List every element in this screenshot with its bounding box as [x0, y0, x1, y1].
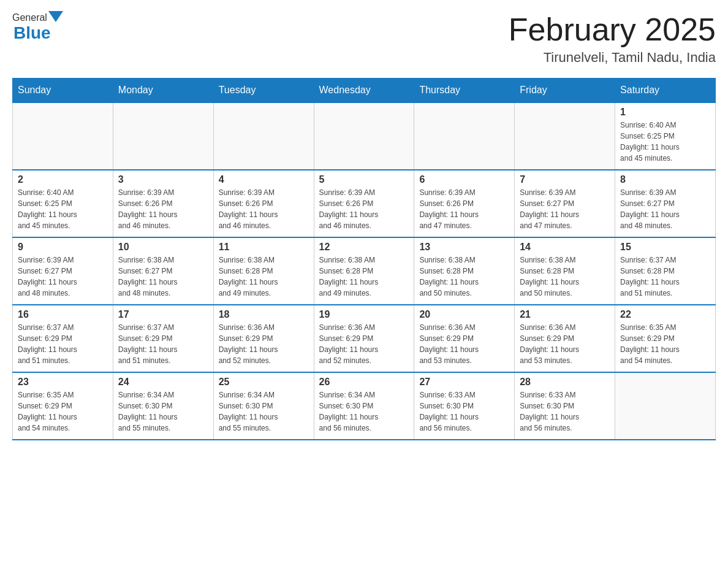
day-number: 10 [118, 242, 208, 253]
day-info: Sunrise: 6:38 AM Sunset: 6:28 PM Dayligh… [520, 255, 610, 299]
calendar-day-cell [113, 102, 213, 170]
calendar-day-cell: 11Sunrise: 6:38 AM Sunset: 6:28 PM Dayli… [213, 237, 314, 305]
day-info: Sunrise: 6:37 AM Sunset: 6:28 PM Dayligh… [620, 255, 710, 299]
calendar-week-row: 1Sunrise: 6:40 AM Sunset: 6:25 PM Daylig… [13, 102, 716, 170]
day-number: 11 [219, 242, 309, 253]
day-number: 13 [419, 242, 509, 253]
day-number: 4 [219, 174, 309, 185]
day-info: Sunrise: 6:39 AM Sunset: 6:26 PM Dayligh… [419, 187, 509, 231]
calendar-day-cell: 3Sunrise: 6:39 AM Sunset: 6:26 PM Daylig… [113, 170, 213, 237]
day-info: Sunrise: 6:38 AM Sunset: 6:28 PM Dayligh… [419, 255, 509, 299]
logo: General Blue [12, 12, 64, 43]
day-of-week-header: Sunday [13, 79, 113, 103]
calendar-day-cell: 6Sunrise: 6:39 AM Sunset: 6:26 PM Daylig… [414, 170, 515, 237]
day-info: Sunrise: 6:34 AM Sunset: 6:30 PM Dayligh… [118, 389, 208, 434]
calendar-day-cell: 7Sunrise: 6:39 AM Sunset: 6:27 PM Daylig… [515, 170, 615, 237]
day-number: 6 [419, 174, 509, 185]
day-number: 14 [520, 242, 610, 253]
calendar-day-cell [414, 102, 515, 170]
day-number: 17 [118, 309, 208, 320]
day-info: Sunrise: 6:39 AM Sunset: 6:27 PM Dayligh… [520, 187, 610, 231]
calendar-day-cell: 19Sunrise: 6:36 AM Sunset: 6:29 PM Dayli… [314, 305, 414, 372]
calendar-day-cell: 5Sunrise: 6:39 AM Sunset: 6:26 PM Daylig… [314, 170, 414, 237]
day-info: Sunrise: 6:33 AM Sunset: 6:30 PM Dayligh… [520, 389, 610, 434]
day-number: 22 [620, 309, 710, 320]
day-number: 25 [219, 377, 309, 388]
calendar-day-cell: 23Sunrise: 6:35 AM Sunset: 6:29 PM Dayli… [13, 372, 113, 440]
calendar-header-row: SundayMondayTuesdayWednesdayThursdayFrid… [13, 79, 716, 103]
calendar-day-cell: 15Sunrise: 6:37 AM Sunset: 6:28 PM Dayli… [615, 237, 716, 305]
day-info: Sunrise: 6:38 AM Sunset: 6:28 PM Dayligh… [219, 255, 309, 299]
day-of-week-header: Saturday [615, 79, 716, 103]
calendar-day-cell [13, 102, 113, 170]
day-number: 23 [18, 377, 108, 388]
title-block: February 2025 Tirunelveli, Tamil Nadu, I… [509, 12, 716, 66]
day-number: 16 [18, 309, 108, 320]
day-info: Sunrise: 6:33 AM Sunset: 6:30 PM Dayligh… [419, 389, 509, 434]
day-info: Sunrise: 6:40 AM Sunset: 6:25 PM Dayligh… [620, 120, 710, 164]
day-info: Sunrise: 6:36 AM Sunset: 6:29 PM Dayligh… [520, 322, 610, 366]
day-number: 1 [620, 107, 710, 118]
calendar-day-cell: 27Sunrise: 6:33 AM Sunset: 6:30 PM Dayli… [414, 372, 515, 440]
day-of-week-header: Thursday [414, 79, 515, 103]
day-number: 12 [319, 242, 409, 253]
calendar-table: SundayMondayTuesdayWednesdayThursdayFrid… [12, 78, 716, 440]
day-info: Sunrise: 6:40 AM Sunset: 6:25 PM Dayligh… [18, 187, 108, 231]
day-info: Sunrise: 6:37 AM Sunset: 6:29 PM Dayligh… [18, 322, 108, 366]
day-info: Sunrise: 6:34 AM Sunset: 6:30 PM Dayligh… [219, 389, 309, 434]
day-of-week-header: Tuesday [213, 79, 314, 103]
day-number: 20 [419, 309, 509, 320]
day-number: 27 [419, 377, 509, 388]
calendar-day-cell: 20Sunrise: 6:36 AM Sunset: 6:29 PM Dayli… [414, 305, 515, 372]
calendar-day-cell: 13Sunrise: 6:38 AM Sunset: 6:28 PM Dayli… [414, 237, 515, 305]
calendar-day-cell: 22Sunrise: 6:35 AM Sunset: 6:29 PM Dayli… [615, 305, 716, 372]
day-info: Sunrise: 6:37 AM Sunset: 6:29 PM Dayligh… [118, 322, 208, 366]
day-number: 24 [118, 377, 208, 388]
day-number: 7 [520, 174, 610, 185]
logo-general-text: General [12, 12, 47, 23]
page-header: General Blue February 2025 Tirunelveli, … [12, 12, 716, 66]
day-info: Sunrise: 6:36 AM Sunset: 6:29 PM Dayligh… [319, 322, 409, 366]
calendar-day-cell [213, 102, 314, 170]
day-info: Sunrise: 6:39 AM Sunset: 6:27 PM Dayligh… [18, 255, 108, 299]
day-number: 2 [18, 174, 108, 185]
day-info: Sunrise: 6:36 AM Sunset: 6:29 PM Dayligh… [419, 322, 509, 366]
day-info: Sunrise: 6:34 AM Sunset: 6:30 PM Dayligh… [319, 389, 409, 434]
day-number: 8 [620, 174, 710, 185]
day-of-week-header: Friday [515, 79, 615, 103]
day-number: 28 [520, 377, 610, 388]
calendar-day-cell: 14Sunrise: 6:38 AM Sunset: 6:28 PM Dayli… [515, 237, 615, 305]
calendar-week-row: 9Sunrise: 6:39 AM Sunset: 6:27 PM Daylig… [13, 237, 716, 305]
day-number: 19 [319, 309, 409, 320]
calendar-week-row: 23Sunrise: 6:35 AM Sunset: 6:29 PM Dayli… [13, 372, 716, 440]
calendar-day-cell: 4Sunrise: 6:39 AM Sunset: 6:26 PM Daylig… [213, 170, 314, 237]
logo-arrow-icon [48, 11, 63, 22]
calendar-day-cell: 8Sunrise: 6:39 AM Sunset: 6:27 PM Daylig… [615, 170, 716, 237]
calendar-day-cell: 12Sunrise: 6:38 AM Sunset: 6:28 PM Dayli… [314, 237, 414, 305]
calendar-day-cell: 1Sunrise: 6:40 AM Sunset: 6:25 PM Daylig… [615, 102, 716, 170]
day-number: 9 [18, 242, 108, 253]
calendar-day-cell: 10Sunrise: 6:38 AM Sunset: 6:27 PM Dayli… [113, 237, 213, 305]
day-number: 21 [520, 309, 610, 320]
logo-blue-text: Blue [13, 23, 51, 43]
calendar-week-row: 2Sunrise: 6:40 AM Sunset: 6:25 PM Daylig… [13, 170, 716, 237]
day-info: Sunrise: 6:36 AM Sunset: 6:29 PM Dayligh… [219, 322, 309, 366]
day-number: 15 [620, 242, 710, 253]
day-info: Sunrise: 6:38 AM Sunset: 6:27 PM Dayligh… [118, 255, 208, 299]
day-number: 5 [319, 174, 409, 185]
day-number: 3 [118, 174, 208, 185]
calendar-week-row: 16Sunrise: 6:37 AM Sunset: 6:29 PM Dayli… [13, 305, 716, 372]
day-number: 18 [219, 309, 309, 320]
calendar-day-cell: 17Sunrise: 6:37 AM Sunset: 6:29 PM Dayli… [113, 305, 213, 372]
location-title: Tirunelveli, Tamil Nadu, India [509, 50, 716, 66]
day-info: Sunrise: 6:39 AM Sunset: 6:27 PM Dayligh… [620, 187, 710, 231]
day-info: Sunrise: 6:35 AM Sunset: 6:29 PM Dayligh… [18, 389, 108, 434]
calendar-day-cell: 2Sunrise: 6:40 AM Sunset: 6:25 PM Daylig… [13, 170, 113, 237]
calendar-day-cell: 21Sunrise: 6:36 AM Sunset: 6:29 PM Dayli… [515, 305, 615, 372]
day-info: Sunrise: 6:38 AM Sunset: 6:28 PM Dayligh… [319, 255, 409, 299]
calendar-day-cell: 26Sunrise: 6:34 AM Sunset: 6:30 PM Dayli… [314, 372, 414, 440]
calendar-day-cell: 18Sunrise: 6:36 AM Sunset: 6:29 PM Dayli… [213, 305, 314, 372]
calendar-day-cell: 25Sunrise: 6:34 AM Sunset: 6:30 PM Dayli… [213, 372, 314, 440]
day-number: 26 [319, 377, 409, 388]
calendar-day-cell: 9Sunrise: 6:39 AM Sunset: 6:27 PM Daylig… [13, 237, 113, 305]
